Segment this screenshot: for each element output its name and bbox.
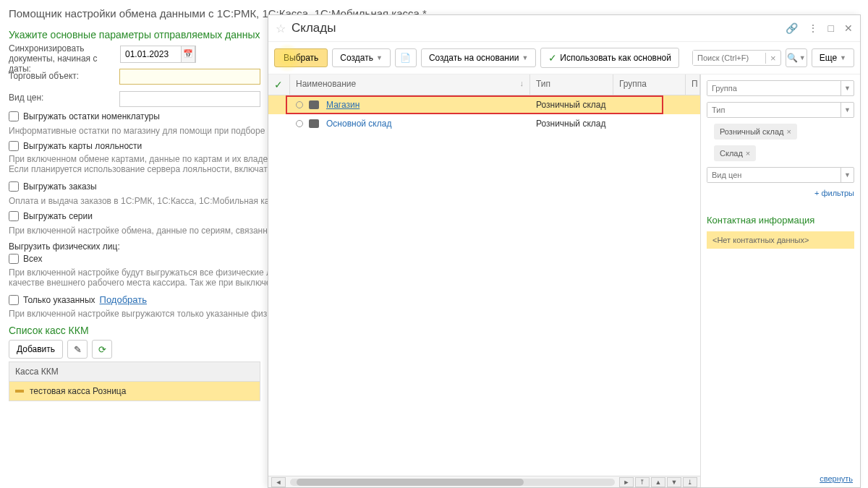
table-row[interactable]: Магазин Розничный склад (268, 95, 700, 114)
row-marker-icon (15, 390, 24, 393)
filter-price[interactable]: ▼ (707, 167, 854, 183)
section-heading: Укажите основные параметры отправляемых … (9, 29, 260, 40)
collapse-link[interactable]: свернуть (820, 474, 853, 483)
hint-series: При включенной настройке обмена, данные … (9, 226, 273, 236)
table-row[interactable]: Основной склад Розничный склад (268, 114, 700, 133)
contact-heading: Контактная информация (707, 215, 854, 226)
search-input[interactable] (693, 51, 765, 65)
filter-type[interactable]: ▼ (707, 102, 854, 118)
kkm-table: Касса ККМ тестовая касса Розница (9, 361, 260, 401)
nav-last-icon[interactable]: ⤓ (683, 477, 697, 487)
warehouses-modal: ☆ Склады 🔗 ⋮ □ ✕ Выбрать Создать▼ 📄 Созд… (268, 14, 861, 488)
radio-icon (296, 101, 303, 108)
phys-label: Выгрузить физических лиц: (9, 241, 120, 252)
hint-all: При включенной настройке будут выгружать… (9, 267, 276, 288)
folder-icon (309, 119, 319, 128)
use-as-main-button[interactable]: ✓Использовать как основной (540, 48, 679, 68)
col-type[interactable]: Тип (530, 74, 613, 95)
more-filters-link[interactable]: + фильтры (707, 189, 854, 197)
nav-down-icon[interactable]: ▼ (667, 477, 681, 487)
refresh-icon[interactable]: ⟳ (92, 340, 112, 359)
chk-loyalty[interactable] (9, 141, 19, 151)
chevron-down-icon: ▼ (376, 54, 383, 61)
trade-object-input[interactable] (119, 69, 260, 85)
edit-icon[interactable]: ✎ (67, 340, 88, 359)
filter-tag[interactable]: Розничный склад× (714, 124, 797, 140)
col-name[interactable]: Наименование↓ (290, 74, 530, 95)
select-button[interactable]: Выбрать (274, 48, 328, 67)
hint-loyalty: При включенном обмене картами, данные по… (9, 154, 277, 174)
copy-icon[interactable]: 📄 (395, 48, 417, 67)
chk-loyalty-label: Выгружать карты лояльности (23, 141, 142, 151)
more-button[interactable]: Еще▼ (812, 48, 854, 67)
row-type: Розничный склад (530, 100, 613, 110)
filter-price-input[interactable] (707, 168, 841, 182)
nav-first-icon[interactable]: ⤒ (635, 477, 650, 487)
folder-icon (309, 100, 319, 109)
clear-search-icon[interactable]: × (765, 53, 780, 64)
row-name: Основной склад (326, 119, 391, 129)
chk-orders-label: Выгружать заказы (23, 181, 97, 192)
contact-empty: <Нет контактных данных> (707, 231, 854, 249)
kkm-row-text: тестовая касса Розница (30, 386, 126, 396)
col-group[interactable]: Группа (613, 74, 686, 95)
scrollbar-horizontal[interactable] (290, 479, 615, 486)
col-check[interactable]: ✓ (268, 74, 290, 95)
menu-icon[interactable]: ⋮ (808, 22, 818, 34)
link-icon[interactable]: 🔗 (786, 22, 798, 34)
chk-only-label: Только указанных (23, 295, 95, 305)
col-p[interactable]: П (686, 74, 700, 95)
filter-group-input[interactable] (707, 81, 841, 95)
nav-up-icon[interactable]: ▲ (651, 477, 665, 487)
search-dropdown-button[interactable]: 🔍▼ (786, 48, 807, 67)
sort-icon: ↓ (520, 79, 524, 90)
price-type-input[interactable] (119, 91, 260, 107)
hint-stock: Информативные остатки по магазину для по… (9, 126, 276, 136)
chevron-down-icon: ▼ (840, 54, 846, 61)
kkm-column-header: Касса ККМ (9, 362, 260, 382)
sync-date-label: Синхронизировать документы, начиная с да… (9, 43, 117, 74)
remove-tag-icon[interactable]: × (786, 127, 791, 136)
create-button[interactable]: Создать▼ (332, 48, 391, 67)
pick-link[interactable]: Подобрать (100, 294, 147, 305)
kkm-row[interactable]: тестовая касса Розница (9, 382, 260, 401)
chk-stock-label: Выгружать остатки номенклатуры (23, 111, 160, 121)
chevron-down-icon[interactable]: ▼ (841, 168, 854, 182)
hint-orders: Оплата и выдача заказов в 1С:РМК, 1С:Кас… (9, 196, 270, 206)
favorite-icon[interactable]: ☆ (276, 22, 286, 35)
chk-orders[interactable] (9, 181, 19, 192)
search-box: × (692, 50, 781, 66)
filter-group[interactable]: ▼ (707, 80, 854, 96)
create-based-button[interactable]: Создать на основании▼ (421, 48, 536, 67)
add-button[interactable]: Добавить (9, 340, 63, 359)
filter-type-input[interactable] (707, 103, 841, 117)
filter-tag[interactable]: Склад× (714, 145, 756, 161)
calendar-icon[interactable]: 📅 (181, 46, 195, 63)
chk-stock[interactable] (9, 111, 19, 121)
chk-series[interactable] (9, 211, 19, 221)
row-type: Розничный склад (530, 119, 613, 129)
chk-series-label: Выгружать серии (23, 211, 93, 221)
chk-all-label: Всех (23, 254, 42, 264)
price-type-label: Вид цен: (9, 93, 43, 103)
row-name: Магазин (326, 100, 359, 110)
maximize-icon[interactable]: □ (828, 22, 834, 34)
chevron-down-icon: ▼ (522, 54, 528, 61)
chk-only[interactable] (9, 295, 19, 305)
radio-icon (296, 120, 303, 127)
chevron-down-icon[interactable]: ▼ (841, 81, 854, 95)
hint-only: При включенной настройке выгружаются тол… (9, 309, 276, 319)
remove-tag-icon[interactable]: × (746, 149, 750, 158)
close-icon[interactable]: ✕ (844, 22, 853, 34)
chk-all[interactable] (9, 254, 19, 264)
chevron-down-icon[interactable]: ▼ (841, 103, 854, 117)
scroll-right-icon[interactable]: ► (619, 477, 634, 487)
trade-object-label: Торговый объект: (9, 71, 79, 81)
scroll-left-icon[interactable]: ◄ (271, 477, 286, 487)
check-icon: ✓ (548, 52, 557, 64)
modal-title: Склады (292, 21, 786, 35)
kkm-heading: Список касс ККМ (9, 325, 89, 336)
